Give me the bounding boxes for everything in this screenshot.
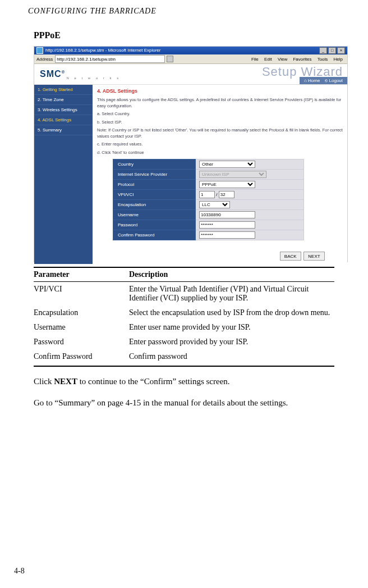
param-name: Password xyxy=(34,335,129,349)
row-password: Password xyxy=(113,220,304,230)
smc-logo: SMC® xyxy=(40,69,65,79)
param-name: VPI/VCI xyxy=(34,282,129,306)
ie-menubar: File Edit View Favorites Tools Help xyxy=(249,57,345,62)
menu-edit[interactable]: Edit xyxy=(264,57,272,62)
content-intro: This page allows you to configure the AD… xyxy=(97,97,343,109)
logo-subtext: N e t w o r k s xyxy=(66,76,121,80)
param-name: Username xyxy=(34,320,129,335)
ie-toolbar: Address File Edit View Favorites Tools H… xyxy=(34,54,347,64)
ie-icon xyxy=(36,47,43,54)
ie-titlebar: http://192.168.2.1/setupw.stm - Microsof… xyxy=(34,47,347,54)
label-username: Username xyxy=(113,210,196,220)
input-vpi[interactable] xyxy=(199,191,215,198)
go-button[interactable] xyxy=(167,56,173,62)
next-button[interactable]: NEXT xyxy=(303,252,325,261)
content-step-d: d. Click 'Next' to continue xyxy=(97,150,343,156)
label-isp: Internet Service Provider xyxy=(113,170,196,180)
address-input[interactable] xyxy=(55,55,165,63)
menu-favorites[interactable]: Favorites xyxy=(293,57,311,62)
select-isp[interactable]: Unknown ISP xyxy=(199,171,266,178)
sidebar-item-time-zone[interactable]: 2. Time Zone xyxy=(34,95,93,105)
table-row: Password Enter password provided by your… xyxy=(34,335,334,349)
sidebar-item-adsl[interactable]: 4. ADSL Settings xyxy=(34,115,93,125)
parameter-table: Parameter Description VPI/VCI Enter the … xyxy=(34,267,334,367)
content-step-c: c. Enter required values. xyxy=(97,142,343,148)
th-parameter: Parameter xyxy=(34,267,129,282)
back-button[interactable]: BACK xyxy=(280,252,301,261)
sidebar-item-summary[interactable]: 5. Summary xyxy=(34,125,93,135)
maximize-button[interactable]: □ xyxy=(328,47,336,54)
menu-file[interactable]: File xyxy=(251,57,259,62)
table-row: Encapsulation Select the encapsulation u… xyxy=(34,306,334,320)
label-confirm-password: Confirm Password xyxy=(113,230,196,240)
logo-reg: ® xyxy=(62,70,66,75)
address-label: Address xyxy=(36,57,53,62)
select-encapsulation[interactable]: LLC xyxy=(199,201,230,208)
next-keyword: NEXT xyxy=(54,377,77,386)
instruction-summary: Go to “Summary” on page 4-15 in the manu… xyxy=(34,397,334,409)
adsl-form: Country Other Internet Service Provider … xyxy=(113,159,304,240)
row-country: Country Other xyxy=(113,159,304,170)
content-step-a: a. Select Country. xyxy=(97,111,343,117)
page-number: 4-8 xyxy=(14,567,25,576)
branding-bar: SMC® N e t w o r k s Setup Wizard ⌂ Home… xyxy=(34,64,347,85)
sidebar-item-getting-started[interactable]: 1. Getting Started xyxy=(34,85,93,95)
content-note: Note: If Country or ISP is not listed se… xyxy=(97,127,343,139)
select-protocol[interactable]: PPPoE xyxy=(199,181,255,188)
logout-icon: ⎋ xyxy=(325,78,328,83)
input-password[interactable] xyxy=(199,221,255,229)
instruction-next: Click NEXT to continue to the “Confirm” … xyxy=(34,376,334,388)
ie-title-text: http://192.168.2.1/setupw.stm - Microsof… xyxy=(45,47,160,54)
vpivci-sep: / xyxy=(216,192,217,197)
user-menu: ⌂ Home ⎋ Logout xyxy=(300,77,347,84)
menu-view[interactable]: View xyxy=(278,57,287,62)
param-desc: Enter the Virtual Path Identifier (VPI) … xyxy=(129,282,334,306)
row-protocol: Protocol PPPoE xyxy=(113,180,304,190)
table-row: Username Enter user name provided by you… xyxy=(34,320,334,335)
row-isp: Internet Service Provider Unknown ISP xyxy=(113,170,304,180)
label-encapsulation: Encapsulation xyxy=(113,200,196,210)
menu-tools[interactable]: Tools xyxy=(318,57,328,62)
input-vci[interactable] xyxy=(219,191,234,198)
label-vpivci: VPI/VCI xyxy=(113,190,196,200)
label-password: Password xyxy=(113,220,196,230)
content-heading: 4. ADSL Settings xyxy=(97,88,343,94)
table-row: Confirm Password Confirm password xyxy=(34,349,334,366)
input-username[interactable] xyxy=(199,211,255,218)
table-row: VPI/VCI Enter the Virtual Path Identifie… xyxy=(34,282,334,306)
logout-link[interactable]: Logout xyxy=(329,78,343,83)
minimize-button[interactable]: _ xyxy=(319,47,327,54)
home-icon: ⌂ xyxy=(304,78,307,83)
home-link[interactable]: Home xyxy=(308,78,320,83)
th-description: Description xyxy=(129,267,334,282)
param-desc: Enter password provided by your ISP. xyxy=(129,335,334,349)
sidebar-item-wireless[interactable]: 3. Wireless Settings xyxy=(34,105,93,115)
menu-help[interactable]: Help xyxy=(334,57,343,62)
param-desc: Select the encapsulation used by ISP fro… xyxy=(129,306,334,320)
param-desc: Enter user name provided by your ISP. xyxy=(129,320,334,335)
wizard-sidebar: 1. Getting Started 2. Time Zone 3. Wirel… xyxy=(34,85,93,264)
text: Click xyxy=(34,377,54,386)
running-head: CONFIGURING THE BARRICADE xyxy=(28,0,340,26)
text: to continue to the “Confirm” settings sc… xyxy=(77,377,230,386)
screenshot-ie-window: http://192.168.2.1/setupw.stm - Microsof… xyxy=(34,46,348,262)
row-username: Username xyxy=(113,210,304,220)
row-encapsulation: Encapsulation LLC xyxy=(113,200,304,210)
param-desc: Confirm password xyxy=(129,349,334,366)
section-title: PPPoE xyxy=(28,30,340,40)
label-country: Country xyxy=(113,159,196,170)
row-vpivci: VPI/VCI / xyxy=(113,190,304,200)
label-protocol: Protocol xyxy=(113,180,196,190)
param-name: Encapsulation xyxy=(34,306,129,320)
logo-text: SMC xyxy=(40,69,62,79)
close-button[interactable]: × xyxy=(337,47,345,54)
param-name: Confirm Password xyxy=(34,349,129,366)
select-country[interactable]: Other xyxy=(199,161,255,168)
wizard-content: 4. ADSL Settings This page allows you to… xyxy=(93,85,347,264)
row-confirm-password: Confirm Password xyxy=(113,230,304,240)
content-step-b: b. Select ISP. xyxy=(97,120,343,126)
input-confirm-password[interactable] xyxy=(199,231,255,239)
